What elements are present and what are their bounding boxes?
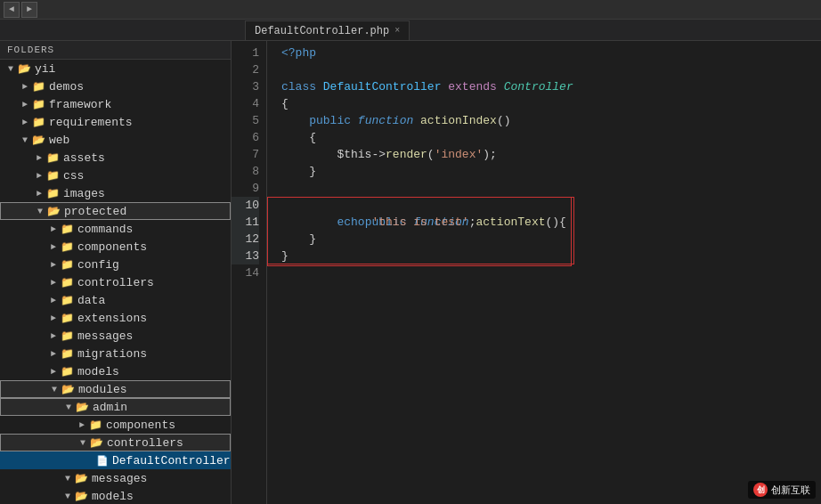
label-components: components bbox=[77, 240, 147, 254]
toggle-admin-components[interactable]: ► bbox=[75, 420, 89, 430]
sidebar-header: FOLDERS bbox=[0, 41, 231, 60]
code-content[interactable]: <?php class DefaultController extends Co… bbox=[267, 41, 821, 504]
tree-item-framework[interactable]: ► 📁 framework bbox=[0, 95, 231, 113]
tree-item-modules[interactable]: ▼ 📂 modules bbox=[0, 380, 231, 398]
line-num-5: 5 bbox=[232, 112, 259, 129]
toggle-protected[interactable]: ▼ bbox=[33, 207, 47, 216]
folder-icon: 📁 bbox=[46, 187, 60, 200]
label-messages2: messages bbox=[92, 472, 147, 485]
line-num-4: 4 bbox=[232, 95, 259, 112]
tree-item-admin[interactable]: ▼ 📂 admin bbox=[0, 398, 231, 416]
label-assets: assets bbox=[63, 151, 105, 165]
tree-item-requirements[interactable]: ► 📁 requirements bbox=[0, 113, 231, 131]
tree-item-yii[interactable]: ▼ 📂 yii bbox=[0, 60, 231, 77]
tree-item-config[interactable]: ► 📁 config bbox=[0, 256, 231, 273]
tree-item-admin-components[interactable]: ► 📁 components bbox=[0, 416, 231, 434]
tree-item-admin-controllers[interactable]: ▼ 📂 controllers bbox=[0, 434, 231, 451]
tree-item-demos[interactable]: ► 📁 demos bbox=[0, 77, 231, 95]
toggle-migrations[interactable]: ► bbox=[46, 349, 61, 359]
tree-item-messages[interactable]: ► 📁 messages bbox=[0, 327, 231, 345]
folder-icon: 📁 bbox=[61, 276, 74, 289]
toggle-requirements[interactable]: ► bbox=[18, 118, 32, 127]
line-num-3: 3 bbox=[232, 78, 259, 95]
folder-icon: 📁 bbox=[32, 80, 45, 93]
toggle-extensions[interactable]: ► bbox=[46, 313, 61, 323]
toggle-framework[interactable]: ► bbox=[18, 100, 32, 110]
label-config: config bbox=[77, 258, 119, 272]
label-modules: modules bbox=[78, 383, 127, 396]
tree-item-components[interactable]: ► 📁 components bbox=[0, 238, 231, 256]
label-controllers: controllers bbox=[77, 276, 154, 289]
tree-item-css[interactable]: ► 📁 css bbox=[0, 167, 231, 184]
label-data: data bbox=[77, 294, 105, 307]
toggle-models2[interactable]: ▼ bbox=[61, 492, 75, 501]
toggle-modules[interactable]: ▼ bbox=[47, 385, 61, 394]
tree-item-assets[interactable]: ► 📁 assets bbox=[0, 149, 231, 167]
toggle-config[interactable]: ► bbox=[46, 260, 61, 270]
label-yii: yii bbox=[35, 62, 55, 76]
folder-icon: 📁 bbox=[61, 329, 74, 343]
tree-item-migrations[interactable]: ► 📁 migrations bbox=[0, 345, 231, 362]
toggle-data[interactable]: ► bbox=[46, 296, 61, 305]
line-num-11: 11 bbox=[232, 214, 259, 231]
folder-icon: 📁 bbox=[32, 116, 45, 129]
line-num-8: 8 bbox=[232, 163, 259, 180]
file-icon: 📄 bbox=[96, 455, 109, 467]
label-models2: models bbox=[92, 490, 134, 503]
tree-item-images[interactable]: ► 📁 images bbox=[0, 184, 231, 202]
code-editor[interactable]: 1 2 3 4 5 6 7 8 9 10 11 12 13 14 <?php c… bbox=[232, 41, 821, 504]
code-line-9 bbox=[281, 180, 821, 197]
code-line-11: echo 'this is test'; bbox=[281, 214, 821, 231]
code-line-5: public function actionIndex() bbox=[281, 112, 821, 129]
tree-item-controllers[interactable]: ► 📁 controllers bbox=[0, 273, 231, 291]
code-line-12: } bbox=[281, 231, 821, 248]
toggle-admin[interactable]: ▼ bbox=[61, 402, 76, 412]
nav-right-button[interactable]: ► bbox=[21, 2, 37, 18]
toggle-web[interactable]: ▼ bbox=[18, 135, 32, 145]
toggle-controllers[interactable]: ► bbox=[46, 278, 61, 288]
code-line-13: } bbox=[281, 248, 821, 264]
folder-icon: 📁 bbox=[61, 312, 74, 325]
line-num-2: 2 bbox=[232, 61, 259, 78]
tree-item-commands[interactable]: ► 📁 commands bbox=[0, 220, 231, 238]
tab-close-button[interactable]: × bbox=[394, 26, 400, 36]
toggle-images[interactable]: ► bbox=[32, 189, 46, 199]
folder-icon: 📁 bbox=[46, 169, 60, 183]
toggle-admin-controllers[interactable]: ▼ bbox=[76, 438, 90, 448]
line-num-10: 10 bbox=[232, 197, 259, 214]
label-images: images bbox=[63, 187, 105, 200]
tree-item-web[interactable]: ▼ 📂 web bbox=[0, 131, 231, 149]
folder-open-icon: 📂 bbox=[75, 490, 88, 503]
tree-item-models2[interactable]: ▼ 📂 models bbox=[0, 487, 231, 504]
top-bar: ◄ ► bbox=[0, 0, 821, 20]
code-line-8: } bbox=[281, 163, 821, 180]
folder-open-icon: 📂 bbox=[18, 62, 31, 76]
folder-icon: 📁 bbox=[61, 294, 74, 307]
toggle-models[interactable]: ► bbox=[46, 367, 61, 377]
label-default-controller: DefaultController.php bbox=[112, 454, 232, 467]
tree-item-messages2[interactable]: ▼ 📂 messages bbox=[0, 469, 231, 487]
tree-item-models[interactable]: ► 📁 models bbox=[0, 362, 231, 380]
folder-icon: 📁 bbox=[32, 98, 45, 111]
toggle-messages[interactable]: ► bbox=[46, 331, 61, 341]
toggle-commands[interactable]: ► bbox=[46, 224, 61, 234]
editor-tab[interactable]: DefaultController.php × bbox=[245, 20, 410, 40]
toggle-demos[interactable]: ► bbox=[18, 82, 32, 92]
tree-item-default-controller[interactable]: 📄 DefaultController.php bbox=[0, 451, 231, 469]
toggle-messages2[interactable]: ▼ bbox=[61, 474, 75, 484]
toggle-components[interactable]: ► bbox=[46, 242, 61, 252]
toggle-css[interactable]: ► bbox=[32, 171, 46, 181]
toggle-yii[interactable]: ▼ bbox=[4, 64, 18, 74]
line-num-1: 1 bbox=[232, 45, 259, 61]
folder-open-icon: 📂 bbox=[75, 472, 88, 485]
watermark: 创 创新互联 bbox=[748, 481, 816, 499]
toggle-assets[interactable]: ► bbox=[32, 153, 46, 163]
line-num-9: 9 bbox=[232, 180, 259, 197]
folder-open-icon: 📂 bbox=[61, 383, 75, 396]
tab-filename: DefaultController.php bbox=[255, 25, 389, 37]
tree-item-protected[interactable]: ▼ 📂 protected bbox=[0, 202, 231, 220]
tree-item-extensions[interactable]: ► 📁 extensions bbox=[0, 309, 231, 327]
nav-left-button[interactable]: ◄ bbox=[4, 2, 20, 18]
tree-item-data[interactable]: ► 📁 data bbox=[0, 291, 231, 309]
code-line-2 bbox=[281, 61, 821, 78]
